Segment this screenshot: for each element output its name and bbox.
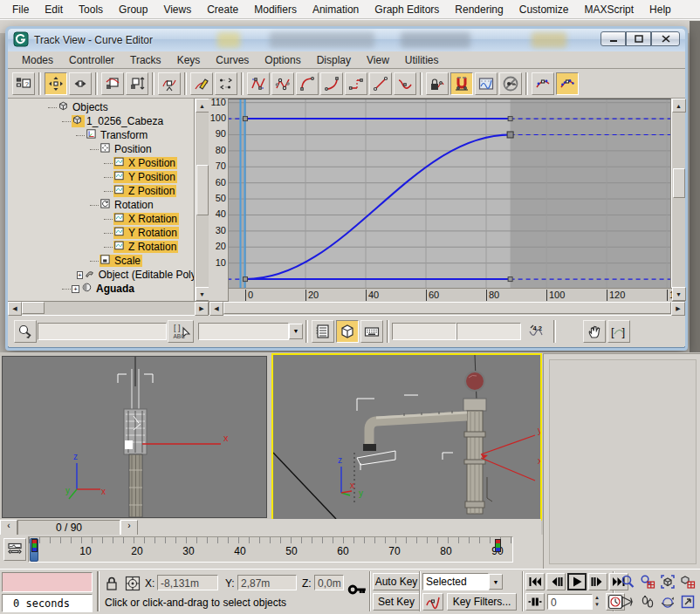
menu-maxscript[interactable]: MAXScript	[577, 2, 641, 17]
show-all-tangents-icon[interactable]	[556, 72, 579, 95]
menu-modifiers[interactable]: Modifiers	[247, 2, 304, 17]
menu-animation[interactable]: Animation	[305, 2, 366, 17]
scroll-thumb[interactable]	[673, 168, 685, 198]
tv-menu-modes[interactable]: Modes	[15, 52, 60, 68]
filters-icon[interactable]: ?	[12, 72, 35, 95]
maximize-viewport-icon[interactable]	[678, 592, 697, 611]
scroll-up-icon[interactable]: ▲	[672, 99, 686, 113]
key-mode-icon[interactable]	[525, 593, 545, 611]
viewport-front[interactable]: x z y x	[2, 356, 267, 518]
tv-menu-utilities[interactable]: Utilities	[398, 52, 446, 68]
scroll-thumb[interactable]	[223, 302, 671, 314]
param-out-of-range-icon[interactable]	[475, 72, 498, 95]
new-key-tangent-icon[interactable]	[422, 593, 443, 611]
show-tangents-icon[interactable]	[532, 72, 554, 95]
show-keyable-icon[interactable]	[499, 72, 522, 95]
menu-graph-editors[interactable]: Graph Editors	[367, 2, 446, 17]
add-keys-icon[interactable]	[158, 72, 181, 95]
menu-edit[interactable]: Edit	[38, 2, 70, 17]
tree-item-aguada[interactable]: +Aguada	[8, 282, 194, 296]
set-key-button[interactable]: Set Key	[373, 593, 420, 611]
key-value-field[interactable]	[456, 323, 521, 340]
scroll-down-icon[interactable]: ▼	[196, 287, 209, 301]
scroll-thumb[interactable]	[22, 302, 45, 314]
tree-scrollbar[interactable]: ▲ ▼	[195, 99, 209, 301]
scroll-down-icon[interactable]: ▼	[672, 287, 686, 301]
key-time-field[interactable]	[392, 323, 456, 340]
tree-item-position[interactable]: Position	[8, 142, 194, 156]
fov-icon[interactable]	[618, 592, 637, 611]
tree-item-x-rotation[interactable]: X Rotation	[8, 212, 194, 226]
keyboard-shortcut-icon[interactable]	[360, 320, 383, 343]
menu-file[interactable]: File	[5, 2, 36, 17]
menu-help[interactable]: Help	[642, 2, 678, 17]
maxscript-listener-result[interactable]: 0 seconds	[2, 594, 93, 612]
keyframe-marker[interactable]	[495, 539, 501, 552]
tv-menu-view[interactable]: View	[360, 52, 396, 68]
edit-track-set-icon[interactable]: [ ]ABC	[168, 320, 194, 343]
tree-item-y-rotation[interactable]: Y Rotation	[8, 226, 194, 240]
tangent-fast-icon[interactable]	[296, 72, 319, 95]
maximize-button[interactable]	[626, 31, 651, 46]
tv-menu-display[interactable]: Display	[310, 52, 358, 68]
menu-create[interactable]: Create	[200, 2, 245, 17]
tree-item-transform[interactable]: Transform	[8, 128, 194, 142]
tv-menu-controller[interactable]: Controller	[62, 52, 121, 68]
menu-customize[interactable]: Customize	[512, 2, 576, 17]
tangent-custom-icon[interactable]	[271, 72, 294, 95]
tangent-step-icon[interactable]	[345, 72, 367, 95]
tree-item-1-0256-cabeza[interactable]: 1_0256_Cabeza	[8, 114, 194, 128]
minimize-button[interactable]	[600, 31, 626, 46]
lock-tangents-icon[interactable]	[426, 72, 449, 95]
tree-item-scale[interactable]: Scale	[8, 254, 194, 268]
current-frame-field[interactable]: 0	[547, 594, 593, 610]
y-coordinate-field[interactable]: 2,87m	[237, 575, 297, 590]
next-frame-spinner[interactable]: ›	[120, 520, 138, 536]
curve-plot[interactable]: 020406080100120140	[228, 99, 671, 301]
slide-keys-icon[interactable]	[69, 72, 92, 95]
tree-item-rotation[interactable]: Rotation	[8, 198, 194, 212]
frame-spinner-arrows[interactable]: ▲▼	[594, 594, 603, 610]
maxscript-mini-listener[interactable]	[2, 572, 93, 592]
graph-scrollbar[interactable]: ▲ ▼	[671, 99, 685, 301]
menu-group[interactable]: Group	[112, 2, 154, 17]
x-coordinate-field[interactable]: -8,131m	[157, 575, 218, 590]
tree-item-x-position[interactable]: X Position	[8, 156, 194, 170]
controller-list-icon[interactable]	[312, 320, 334, 343]
scroll-right-icon[interactable]: ▶	[195, 302, 209, 316]
tree-item-objects[interactable]: Objects	[8, 100, 194, 114]
orbit-icon[interactable]	[658, 592, 677, 611]
scale-values-icon[interactable]	[126, 72, 148, 95]
selection-lock-icon[interactable]	[103, 575, 120, 592]
key-stats-icon[interactable]: 4.2	[522, 320, 550, 343]
tree-hscrollbar[interactable]: ◀ ▶	[8, 302, 209, 315]
zoom-value-extents-icon[interactable]: []	[607, 320, 630, 343]
scroll-thumb[interactable]	[196, 165, 209, 215]
zoom-selected-object-icon[interactable]	[14, 320, 37, 343]
tangent-linear-icon[interactable]	[369, 72, 392, 95]
track-bar[interactable]: 102030405060708090	[0, 535, 543, 570]
tv-menu-tracks[interactable]: Tracks	[123, 52, 168, 68]
menu-views[interactable]: Views	[156, 2, 198, 17]
tree-item-z-rotation[interactable]: Z Rotation	[8, 240, 194, 254]
show-selected-curves-icon[interactable]	[336, 320, 359, 343]
set-key-big-icon[interactable]	[344, 578, 370, 601]
move-keys-icon[interactable]	[45, 72, 67, 95]
tree-item-z-position[interactable]: Z Position	[8, 184, 194, 198]
dropdown-arrow-icon[interactable]: ▼	[489, 574, 503, 590]
keyframe-marker[interactable]	[31, 539, 38, 552]
snap-frames-icon[interactable]	[450, 72, 473, 95]
go-start-icon[interactable]	[525, 573, 545, 590]
next-frame-icon[interactable]	[588, 573, 607, 590]
tangent-slow-icon[interactable]	[320, 72, 343, 95]
prev-frame-icon[interactable]	[546, 573, 566, 590]
tree-item-y-position[interactable]: Y Position	[8, 170, 194, 184]
track-set-dropdown[interactable]	[198, 323, 289, 340]
tv-menu-options[interactable]: Options	[257, 52, 307, 68]
track-hierarchy-tree[interactable]: Objects1_0256_CabezaTransformPositionX P…	[8, 99, 195, 301]
tv-menu-curves[interactable]: Curves	[209, 52, 256, 68]
prev-frame-spinner[interactable]: ‹	[0, 520, 17, 536]
pan-hand-icon[interactable]	[583, 320, 606, 343]
dropdown-arrow-icon[interactable]: ▼	[289, 324, 303, 339]
scroll-left-icon[interactable]: ◀	[8, 302, 22, 316]
